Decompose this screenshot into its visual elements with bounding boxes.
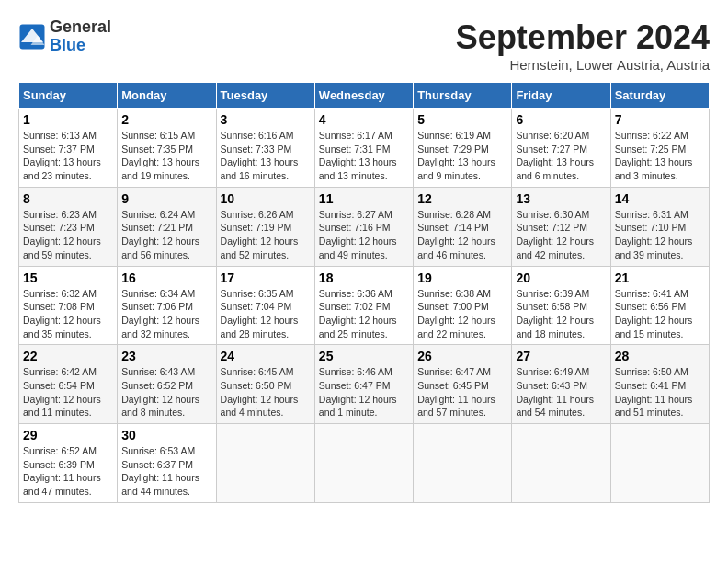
day-number: 10	[221, 191, 311, 206]
calendar-cell: 9Sunrise: 6:24 AMSunset: 7:21 PMDaylight…	[118, 187, 216, 266]
location: Hernstein, Lower Austria, Austria	[456, 57, 710, 73]
day-info: Sunrise: 6:20 AMSunset: 7:27 PMDaylight:…	[516, 129, 606, 183]
day-number: 24	[221, 349, 311, 363]
calendar-cell	[414, 424, 512, 503]
calendar-week-2: 8Sunrise: 6:23 AMSunset: 7:23 PMDaylight…	[19, 187, 710, 266]
day-info: Sunrise: 6:42 AMSunset: 6:54 PMDaylight:…	[23, 365, 113, 419]
calendar-cell: 11Sunrise: 6:27 AMSunset: 7:16 PMDayligh…	[314, 187, 413, 266]
day-info: Sunrise: 6:34 AMSunset: 7:06 PMDaylight:…	[121, 287, 211, 341]
day-number: 12	[417, 191, 507, 206]
calendar-cell	[610, 424, 709, 503]
calendar-cell: 6Sunrise: 6:20 AMSunset: 7:27 PMDaylight…	[512, 109, 610, 188]
day-number: 1	[23, 112, 113, 127]
calendar-cell: 19Sunrise: 6:38 AMSunset: 7:00 PMDayligh…	[414, 266, 512, 345]
day-of-week-saturday: Saturday	[610, 83, 709, 109]
day-info: Sunrise: 6:53 AMSunset: 6:37 PMDaylight:…	[121, 444, 211, 499]
day-info: Sunrise: 6:45 AMSunset: 6:50 PMDaylight:…	[221, 365, 311, 419]
calendar-cell: 3Sunrise: 6:16 AMSunset: 7:33 PMDaylight…	[216, 109, 314, 188]
day-number: 9	[121, 191, 211, 206]
day-info: Sunrise: 6:32 AMSunset: 7:08 PMDaylight:…	[23, 287, 113, 341]
day-number: 18	[319, 270, 409, 285]
day-info: Sunrise: 6:50 AMSunset: 6:41 PMDaylight:…	[615, 365, 705, 419]
day-of-week-monday: Monday	[118, 83, 216, 109]
logo-icon	[18, 23, 46, 51]
day-number: 28	[615, 349, 705, 363]
day-number: 8	[23, 191, 113, 206]
calendar-cell: 26Sunrise: 6:47 AMSunset: 6:45 PMDayligh…	[414, 345, 512, 424]
day-info: Sunrise: 6:19 AMSunset: 7:29 PMDaylight:…	[417, 129, 507, 183]
day-info: Sunrise: 6:41 AMSunset: 6:56 PMDaylight:…	[615, 287, 705, 341]
calendar-cell: 15Sunrise: 6:32 AMSunset: 7:08 PMDayligh…	[19, 266, 118, 345]
day-info: Sunrise: 6:49 AMSunset: 6:43 PMDaylight:…	[516, 365, 606, 419]
calendar-cell: 27Sunrise: 6:49 AMSunset: 6:43 PMDayligh…	[512, 345, 610, 424]
day-info: Sunrise: 6:31 AMSunset: 7:10 PMDaylight:…	[615, 208, 705, 262]
day-info: Sunrise: 6:30 AMSunset: 7:12 PMDaylight:…	[516, 208, 606, 262]
day-number: 20	[516, 270, 606, 285]
day-of-week-friday: Friday	[512, 83, 610, 109]
day-number: 13	[516, 191, 606, 206]
logo: General Blue	[18, 18, 111, 55]
calendar-week-4: 22Sunrise: 6:42 AMSunset: 6:54 PMDayligh…	[19, 345, 710, 424]
calendar-cell	[314, 424, 413, 503]
day-info: Sunrise: 6:39 AMSunset: 6:58 PMDaylight:…	[516, 287, 606, 341]
day-number: 17	[221, 270, 311, 285]
day-info: Sunrise: 6:13 AMSunset: 7:37 PMDaylight:…	[23, 129, 113, 183]
calendar-cell: 23Sunrise: 6:43 AMSunset: 6:52 PMDayligh…	[118, 345, 216, 424]
day-number: 21	[615, 270, 705, 285]
calendar-cell: 28Sunrise: 6:50 AMSunset: 6:41 PMDayligh…	[610, 345, 709, 424]
day-of-week-tuesday: Tuesday	[216, 83, 314, 109]
day-of-week-wednesday: Wednesday	[314, 83, 413, 109]
day-info: Sunrise: 6:38 AMSunset: 7:00 PMDaylight:…	[417, 287, 507, 341]
calendar-header-row: SundayMondayTuesdayWednesdayThursdayFrid…	[19, 83, 710, 109]
calendar-cell: 4Sunrise: 6:17 AMSunset: 7:31 PMDaylight…	[314, 109, 413, 188]
calendar-cell: 30Sunrise: 6:53 AMSunset: 6:37 PMDayligh…	[118, 424, 216, 503]
day-number: 6	[516, 112, 606, 127]
day-number: 30	[121, 428, 211, 442]
title-block: September 2024 Hernstein, Lower Austria,…	[456, 18, 710, 73]
day-info: Sunrise: 6:23 AMSunset: 7:23 PMDaylight:…	[23, 208, 113, 262]
day-info: Sunrise: 6:15 AMSunset: 7:35 PMDaylight:…	[121, 129, 211, 183]
day-number: 11	[319, 191, 409, 206]
day-number: 7	[615, 112, 705, 127]
calendar-cell: 25Sunrise: 6:46 AMSunset: 6:47 PMDayligh…	[314, 345, 413, 424]
day-info: Sunrise: 6:26 AMSunset: 7:19 PMDaylight:…	[221, 208, 311, 262]
calendar-table: SundayMondayTuesdayWednesdayThursdayFrid…	[18, 82, 710, 503]
day-info: Sunrise: 6:47 AMSunset: 6:45 PMDaylight:…	[417, 365, 507, 419]
calendar-week-3: 15Sunrise: 6:32 AMSunset: 7:08 PMDayligh…	[19, 266, 710, 345]
calendar-cell	[216, 424, 314, 503]
calendar-cell: 22Sunrise: 6:42 AMSunset: 6:54 PMDayligh…	[19, 345, 118, 424]
day-info: Sunrise: 6:43 AMSunset: 6:52 PMDaylight:…	[121, 365, 211, 419]
day-info: Sunrise: 6:28 AMSunset: 7:14 PMDaylight:…	[417, 208, 507, 262]
day-number: 5	[417, 112, 507, 127]
calendar-cell: 5Sunrise: 6:19 AMSunset: 7:29 PMDaylight…	[414, 109, 512, 188]
day-info: Sunrise: 6:36 AMSunset: 7:02 PMDaylight:…	[319, 287, 409, 341]
calendar-cell: 2Sunrise: 6:15 AMSunset: 7:35 PMDaylight…	[118, 109, 216, 188]
day-info: Sunrise: 6:17 AMSunset: 7:31 PMDaylight:…	[319, 129, 409, 183]
calendar-cell: 1Sunrise: 6:13 AMSunset: 7:37 PMDaylight…	[19, 109, 118, 188]
day-number: 27	[516, 349, 606, 363]
calendar-cell: 16Sunrise: 6:34 AMSunset: 7:06 PMDayligh…	[118, 266, 216, 345]
calendar-cell: 20Sunrise: 6:39 AMSunset: 6:58 PMDayligh…	[512, 266, 610, 345]
day-info: Sunrise: 6:35 AMSunset: 7:04 PMDaylight:…	[221, 287, 311, 341]
page-header: General Blue September 2024 Hernstein, L…	[18, 18, 710, 73]
calendar-cell: 14Sunrise: 6:31 AMSunset: 7:10 PMDayligh…	[610, 187, 709, 266]
day-number: 2	[121, 112, 211, 127]
calendar-cell: 21Sunrise: 6:41 AMSunset: 6:56 PMDayligh…	[610, 266, 709, 345]
calendar-cell	[512, 424, 610, 503]
day-info: Sunrise: 6:27 AMSunset: 7:16 PMDaylight:…	[319, 208, 409, 262]
day-number: 15	[23, 270, 113, 285]
calendar-cell: 8Sunrise: 6:23 AMSunset: 7:23 PMDaylight…	[19, 187, 118, 266]
day-info: Sunrise: 6:24 AMSunset: 7:21 PMDaylight:…	[121, 208, 211, 262]
day-number: 19	[417, 270, 507, 285]
logo-text: General Blue	[50, 18, 111, 55]
calendar-cell: 17Sunrise: 6:35 AMSunset: 7:04 PMDayligh…	[216, 266, 314, 345]
calendar-cell: 12Sunrise: 6:28 AMSunset: 7:14 PMDayligh…	[414, 187, 512, 266]
calendar-cell: 10Sunrise: 6:26 AMSunset: 7:19 PMDayligh…	[216, 187, 314, 266]
calendar-cell: 7Sunrise: 6:22 AMSunset: 7:25 PMDaylight…	[610, 109, 709, 188]
day-number: 23	[121, 349, 211, 363]
day-info: Sunrise: 6:22 AMSunset: 7:25 PMDaylight:…	[615, 129, 705, 183]
day-of-week-sunday: Sunday	[19, 83, 118, 109]
day-number: 26	[417, 349, 507, 363]
day-number: 29	[23, 428, 113, 442]
calendar-week-1: 1Sunrise: 6:13 AMSunset: 7:37 PMDaylight…	[19, 109, 710, 188]
